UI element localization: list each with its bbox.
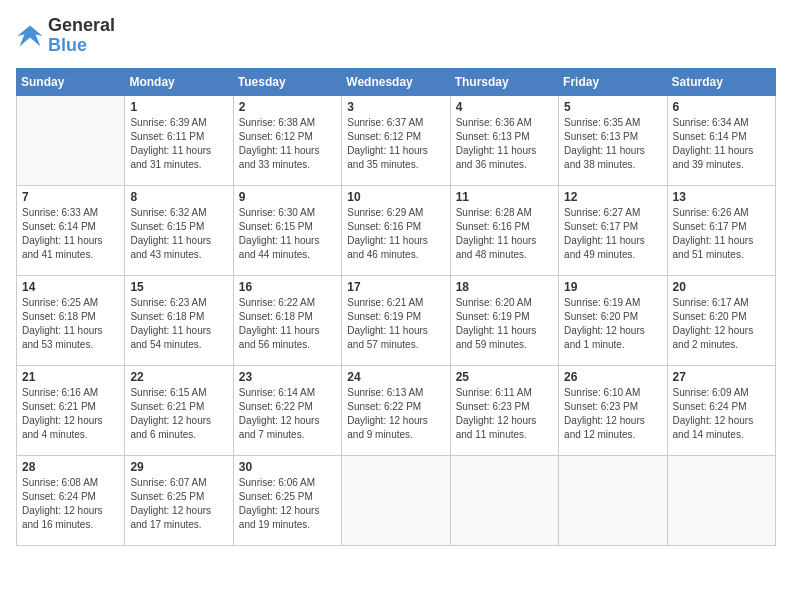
week-row-1: 1Sunrise: 6:39 AMSunset: 6:11 PMDaylight…	[17, 95, 776, 185]
day-cell: 28Sunrise: 6:08 AMSunset: 6:24 PMDayligh…	[17, 455, 125, 545]
day-number: 8	[130, 190, 227, 204]
day-number: 26	[564, 370, 661, 384]
day-number: 1	[130, 100, 227, 114]
day-cell: 1Sunrise: 6:39 AMSunset: 6:11 PMDaylight…	[125, 95, 233, 185]
day-info: Sunrise: 6:06 AMSunset: 6:25 PMDaylight:…	[239, 476, 336, 532]
week-row-5: 28Sunrise: 6:08 AMSunset: 6:24 PMDayligh…	[17, 455, 776, 545]
day-cell: 23Sunrise: 6:14 AMSunset: 6:22 PMDayligh…	[233, 365, 341, 455]
day-cell: 14Sunrise: 6:25 AMSunset: 6:18 PMDayligh…	[17, 275, 125, 365]
day-cell	[559, 455, 667, 545]
day-cell: 17Sunrise: 6:21 AMSunset: 6:19 PMDayligh…	[342, 275, 450, 365]
day-info: Sunrise: 6:30 AMSunset: 6:15 PMDaylight:…	[239, 206, 336, 262]
day-cell: 4Sunrise: 6:36 AMSunset: 6:13 PMDaylight…	[450, 95, 558, 185]
day-cell: 5Sunrise: 6:35 AMSunset: 6:13 PMDaylight…	[559, 95, 667, 185]
day-info: Sunrise: 6:32 AMSunset: 6:15 PMDaylight:…	[130, 206, 227, 262]
day-cell: 15Sunrise: 6:23 AMSunset: 6:18 PMDayligh…	[125, 275, 233, 365]
day-info: Sunrise: 6:13 AMSunset: 6:22 PMDaylight:…	[347, 386, 444, 442]
day-cell: 11Sunrise: 6:28 AMSunset: 6:16 PMDayligh…	[450, 185, 558, 275]
day-number: 5	[564, 100, 661, 114]
logo: General Blue	[16, 16, 115, 56]
column-header-monday: Monday	[125, 68, 233, 95]
logo-text: General Blue	[48, 16, 115, 56]
day-number: 15	[130, 280, 227, 294]
day-number: 23	[239, 370, 336, 384]
day-number: 12	[564, 190, 661, 204]
day-info: Sunrise: 6:07 AMSunset: 6:25 PMDaylight:…	[130, 476, 227, 532]
column-header-thursday: Thursday	[450, 68, 558, 95]
day-cell: 10Sunrise: 6:29 AMSunset: 6:16 PMDayligh…	[342, 185, 450, 275]
day-number: 19	[564, 280, 661, 294]
day-info: Sunrise: 6:11 AMSunset: 6:23 PMDaylight:…	[456, 386, 553, 442]
day-info: Sunrise: 6:35 AMSunset: 6:13 PMDaylight:…	[564, 116, 661, 172]
day-info: Sunrise: 6:20 AMSunset: 6:19 PMDaylight:…	[456, 296, 553, 352]
day-number: 27	[673, 370, 770, 384]
day-number: 24	[347, 370, 444, 384]
day-cell: 7Sunrise: 6:33 AMSunset: 6:14 PMDaylight…	[17, 185, 125, 275]
day-number: 6	[673, 100, 770, 114]
day-cell: 9Sunrise: 6:30 AMSunset: 6:15 PMDaylight…	[233, 185, 341, 275]
day-info: Sunrise: 6:27 AMSunset: 6:17 PMDaylight:…	[564, 206, 661, 262]
week-row-3: 14Sunrise: 6:25 AMSunset: 6:18 PMDayligh…	[17, 275, 776, 365]
day-number: 22	[130, 370, 227, 384]
day-cell	[17, 95, 125, 185]
day-info: Sunrise: 6:09 AMSunset: 6:24 PMDaylight:…	[673, 386, 770, 442]
day-info: Sunrise: 6:19 AMSunset: 6:20 PMDaylight:…	[564, 296, 661, 352]
day-info: Sunrise: 6:39 AMSunset: 6:11 PMDaylight:…	[130, 116, 227, 172]
day-number: 21	[22, 370, 119, 384]
day-number: 7	[22, 190, 119, 204]
column-header-sunday: Sunday	[17, 68, 125, 95]
day-cell	[667, 455, 775, 545]
day-info: Sunrise: 6:23 AMSunset: 6:18 PMDaylight:…	[130, 296, 227, 352]
day-cell: 8Sunrise: 6:32 AMSunset: 6:15 PMDaylight…	[125, 185, 233, 275]
day-cell	[342, 455, 450, 545]
calendar-table: SundayMondayTuesdayWednesdayThursdayFrid…	[16, 68, 776, 546]
day-cell: 18Sunrise: 6:20 AMSunset: 6:19 PMDayligh…	[450, 275, 558, 365]
day-info: Sunrise: 6:28 AMSunset: 6:16 PMDaylight:…	[456, 206, 553, 262]
day-number: 2	[239, 100, 336, 114]
day-number: 14	[22, 280, 119, 294]
day-cell	[450, 455, 558, 545]
day-cell: 24Sunrise: 6:13 AMSunset: 6:22 PMDayligh…	[342, 365, 450, 455]
day-info: Sunrise: 6:25 AMSunset: 6:18 PMDaylight:…	[22, 296, 119, 352]
day-info: Sunrise: 6:15 AMSunset: 6:21 PMDaylight:…	[130, 386, 227, 442]
week-row-2: 7Sunrise: 6:33 AMSunset: 6:14 PMDaylight…	[17, 185, 776, 275]
day-number: 25	[456, 370, 553, 384]
day-number: 29	[130, 460, 227, 474]
day-number: 3	[347, 100, 444, 114]
day-info: Sunrise: 6:38 AMSunset: 6:12 PMDaylight:…	[239, 116, 336, 172]
week-row-4: 21Sunrise: 6:16 AMSunset: 6:21 PMDayligh…	[17, 365, 776, 455]
day-info: Sunrise: 6:37 AMSunset: 6:12 PMDaylight:…	[347, 116, 444, 172]
day-info: Sunrise: 6:29 AMSunset: 6:16 PMDaylight:…	[347, 206, 444, 262]
day-number: 28	[22, 460, 119, 474]
day-cell: 6Sunrise: 6:34 AMSunset: 6:14 PMDaylight…	[667, 95, 775, 185]
day-info: Sunrise: 6:36 AMSunset: 6:13 PMDaylight:…	[456, 116, 553, 172]
day-cell: 13Sunrise: 6:26 AMSunset: 6:17 PMDayligh…	[667, 185, 775, 275]
day-cell: 16Sunrise: 6:22 AMSunset: 6:18 PMDayligh…	[233, 275, 341, 365]
day-cell: 27Sunrise: 6:09 AMSunset: 6:24 PMDayligh…	[667, 365, 775, 455]
logo-icon	[16, 22, 44, 50]
day-info: Sunrise: 6:26 AMSunset: 6:17 PMDaylight:…	[673, 206, 770, 262]
day-number: 10	[347, 190, 444, 204]
column-header-saturday: Saturday	[667, 68, 775, 95]
column-header-tuesday: Tuesday	[233, 68, 341, 95]
day-number: 9	[239, 190, 336, 204]
calendar-header: SundayMondayTuesdayWednesdayThursdayFrid…	[17, 68, 776, 95]
day-number: 13	[673, 190, 770, 204]
day-number: 20	[673, 280, 770, 294]
day-cell: 29Sunrise: 6:07 AMSunset: 6:25 PMDayligh…	[125, 455, 233, 545]
day-info: Sunrise: 6:34 AMSunset: 6:14 PMDaylight:…	[673, 116, 770, 172]
day-number: 4	[456, 100, 553, 114]
day-cell: 30Sunrise: 6:06 AMSunset: 6:25 PMDayligh…	[233, 455, 341, 545]
day-number: 18	[456, 280, 553, 294]
day-cell: 20Sunrise: 6:17 AMSunset: 6:20 PMDayligh…	[667, 275, 775, 365]
day-info: Sunrise: 6:21 AMSunset: 6:19 PMDaylight:…	[347, 296, 444, 352]
column-header-friday: Friday	[559, 68, 667, 95]
svg-marker-0	[17, 25, 42, 46]
header: General Blue	[16, 16, 776, 56]
column-header-wednesday: Wednesday	[342, 68, 450, 95]
day-cell: 22Sunrise: 6:15 AMSunset: 6:21 PMDayligh…	[125, 365, 233, 455]
day-number: 17	[347, 280, 444, 294]
day-cell: 3Sunrise: 6:37 AMSunset: 6:12 PMDaylight…	[342, 95, 450, 185]
day-info: Sunrise: 6:22 AMSunset: 6:18 PMDaylight:…	[239, 296, 336, 352]
day-cell: 21Sunrise: 6:16 AMSunset: 6:21 PMDayligh…	[17, 365, 125, 455]
